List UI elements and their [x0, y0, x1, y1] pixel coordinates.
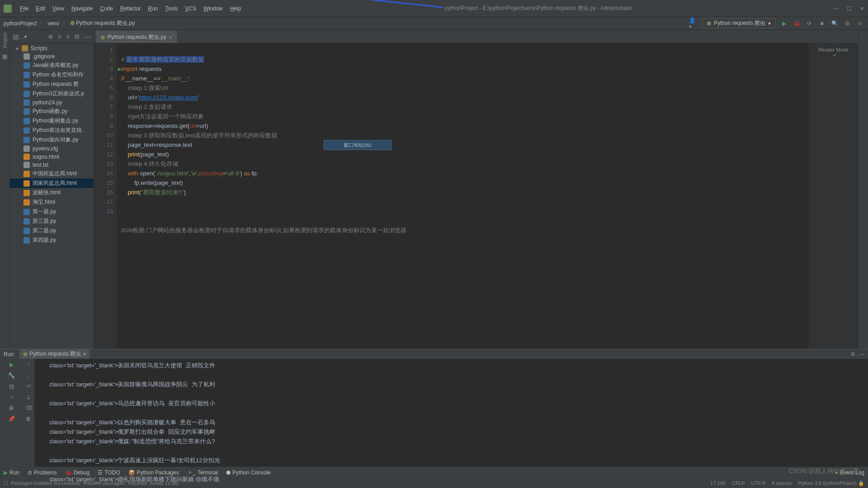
- file-item[interactable]: 波晓张.html: [10, 188, 94, 197]
- close-tab-icon[interactable]: ×: [169, 34, 172, 41]
- menu-refactor[interactable]: Refactor: [118, 4, 143, 14]
- editor[interactable]: ▶ 123456789101112131415161719 # 需求:爬取搜狗首…: [94, 43, 858, 349]
- run-hide-icon[interactable]: —: [859, 351, 864, 357]
- crumb-1[interactable]: venv: [47, 20, 59, 27]
- file-item[interactable]: Python 命名空间和作: [10, 70, 94, 80]
- print-icon[interactable]: 🖶: [9, 405, 14, 411]
- intention-popup[interactable]: 窗口和组(W): [324, 140, 392, 150]
- line-separator[interactable]: CRLF: [732, 480, 745, 486]
- menu-vcs[interactable]: VCS: [182, 4, 199, 14]
- view-mode-icon[interactable]: ▤...▾: [13, 33, 27, 40]
- gear-icon[interactable]: ⚙: [74, 33, 80, 40]
- run-panel: Run: ⬢Python requests 爬虫 × ⚙ — ▶ 🔧 ▤ ⎃ 🖶…: [0, 349, 868, 466]
- file-item[interactable]: python24.py: [10, 99, 94, 107]
- close-button[interactable]: ✕: [860, 5, 864, 12]
- run-button[interactable]: ▶: [779, 19, 788, 28]
- project-tool-tab[interactable]: Project: [2, 33, 8, 48]
- crumb-0[interactable]: pythonProject: [4, 20, 37, 27]
- run-config-selector[interactable]: ⬢Python requests 爬虫▾: [702, 18, 776, 28]
- editor-tabs: ⬢ Python requests 爬虫.py ×: [94, 30, 858, 43]
- menu-code[interactable]: Code: [97, 4, 116, 14]
- coverage-button[interactable]: ⟳: [805, 19, 814, 28]
- file-item[interactable]: 国家药监总局.html: [10, 178, 94, 188]
- project-tree[interactable]: ▸Scripts.gitignoreJava标准库概览.pyPython 命名空…: [10, 43, 94, 349]
- project-pane-header: ▤...▾ ⊕ ≡ ≡ ⚙ —: [10, 30, 94, 43]
- structure-tool-icon[interactable]: ▦: [2, 53, 7, 60]
- file-item[interactable]: .gitignore: [10, 52, 94, 61]
- up-icon[interactable]: ↑: [27, 361, 30, 368]
- file-item[interactable]: 第二题.py: [10, 226, 94, 235]
- clear-icon[interactable]: ⌫: [25, 405, 33, 411]
- file-item[interactable]: Python面向对象.py: [10, 135, 94, 145]
- menu-tools[interactable]: Tools: [162, 4, 180, 14]
- indent[interactable]: 4 spaces: [772, 480, 792, 486]
- file-item[interactable]: Java标准库概览.py: [10, 61, 94, 70]
- wrench-icon[interactable]: 🔧: [8, 372, 15, 379]
- pin-icon[interactable]: 📌: [8, 416, 15, 422]
- file-item[interactable]: 中国药监总局.html: [10, 169, 94, 178]
- menu-file[interactable]: File: [17, 4, 31, 14]
- file-item[interactable]: Python算法有奖竞猜.: [10, 126, 94, 135]
- breadcrumb[interactable]: pythonProject〉 venv〉 ⬢ Python requests 爬…: [4, 19, 135, 27]
- menu-window[interactable]: Window: [201, 4, 226, 14]
- rerun-icon[interactable]: ▶: [9, 361, 14, 368]
- folder-item[interactable]: ▸Scripts: [10, 44, 94, 52]
- file-item[interactable]: Python requests 爬: [10, 80, 94, 89]
- search-icon[interactable]: 🔍: [830, 19, 839, 28]
- file-item[interactable]: 淘宝.html: [10, 197, 94, 207]
- menu-view[interactable]: View: [50, 4, 67, 14]
- interpreter[interactable]: Python 3.8 (pythonProject) 🔒: [798, 480, 864, 486]
- main-menu: FileEditViewNavigateCodeRefactorRunTools…: [17, 4, 244, 14]
- filter-icon[interactable]: ⎃: [10, 394, 13, 400]
- todo-tool-button[interactable]: ☰TODO: [98, 469, 120, 476]
- run-tab[interactable]: ⬢Python requests 爬虫 ×: [19, 349, 90, 359]
- menu-navigate[interactable]: Navigate: [69, 4, 95, 14]
- run-settings-icon[interactable]: ⚙: [850, 351, 855, 357]
- trash-icon[interactable]: 🗑: [26, 416, 31, 422]
- menu-help[interactable]: Help: [227, 4, 244, 14]
- collapse-icon[interactable]: ≡: [66, 33, 70, 40]
- console-tool-button[interactable]: ⬢Python Console: [226, 469, 271, 476]
- debug-tool-button[interactable]: 🐞Debug: [65, 469, 90, 476]
- close-tab-icon[interactable]: ×: [83, 351, 86, 357]
- down-icon[interactable]: ↓: [27, 372, 30, 379]
- event-log-button[interactable]: ●Event Log: [835, 469, 864, 476]
- expand-icon[interactable]: ≡: [58, 33, 61, 40]
- file-item[interactable]: 第四题.py: [10, 235, 94, 245]
- code[interactable]: # 需求:爬取搜狗首页的页面数据 import requests if __na…: [117, 43, 808, 349]
- file-item[interactable]: pyvenv.cfg: [10, 145, 94, 153]
- run-output[interactable]: class='txt' target='_blank'>美国关闭驻乌克兰大使馆 …: [34, 359, 868, 488]
- file-item[interactable]: 第一题.py: [10, 207, 94, 216]
- file-item[interactable]: sogou.html: [10, 153, 94, 161]
- debug-button[interactable]: 🐞: [792, 19, 801, 28]
- crumb-2[interactable]: Python requests 爬虫.py: [76, 20, 135, 26]
- problems-tool-button[interactable]: ⊘Problems: [28, 469, 57, 476]
- packages-tool-button[interactable]: 📦Python Packages: [128, 469, 179, 476]
- hide-icon[interactable]: —: [85, 33, 91, 40]
- file-item[interactable]: test.txt: [10, 161, 94, 169]
- reader-mode-label[interactable]: Reader Mode: [818, 47, 849, 52]
- stop-button[interactable]: ■: [817, 19, 826, 28]
- file-item[interactable]: 第三题.py: [10, 216, 94, 226]
- caret-position[interactable]: 17:140: [710, 480, 726, 486]
- wrap-icon[interactable]: ⏎: [26, 383, 31, 389]
- minimize-button[interactable]: —: [833, 5, 839, 12]
- scroll-icon[interactable]: ⤓: [26, 394, 31, 400]
- add-user-icon[interactable]: 👤▾: [689, 19, 698, 28]
- editor-tab[interactable]: ⬢ Python requests 爬虫.py ×: [96, 31, 177, 43]
- file-item[interactable]: Python案例集合.py: [10, 116, 94, 126]
- menu-edit[interactable]: Edit: [33, 4, 48, 14]
- window-controls: — ☐ ✕: [833, 5, 864, 12]
- code-with-me-icon[interactable]: ⇲: [855, 19, 864, 28]
- encoding[interactable]: UTF-8: [751, 480, 765, 486]
- run-tool-button[interactable]: ▶Run: [4, 469, 19, 476]
- menu-run[interactable]: Run: [145, 4, 160, 14]
- file-item[interactable]: Python3正则表达式.p: [10, 89, 94, 99]
- settings-icon[interactable]: ⚙: [843, 19, 852, 28]
- layout-icon[interactable]: ▤: [9, 383, 14, 389]
- status-icon[interactable]: ☐: [4, 480, 8, 486]
- maximize-button[interactable]: ☐: [847, 5, 852, 12]
- target-icon[interactable]: ⊕: [48, 33, 53, 40]
- terminal-tool-button[interactable]: ＞_Terminal: [187, 469, 218, 476]
- file-item[interactable]: Python函数.py: [10, 107, 94, 116]
